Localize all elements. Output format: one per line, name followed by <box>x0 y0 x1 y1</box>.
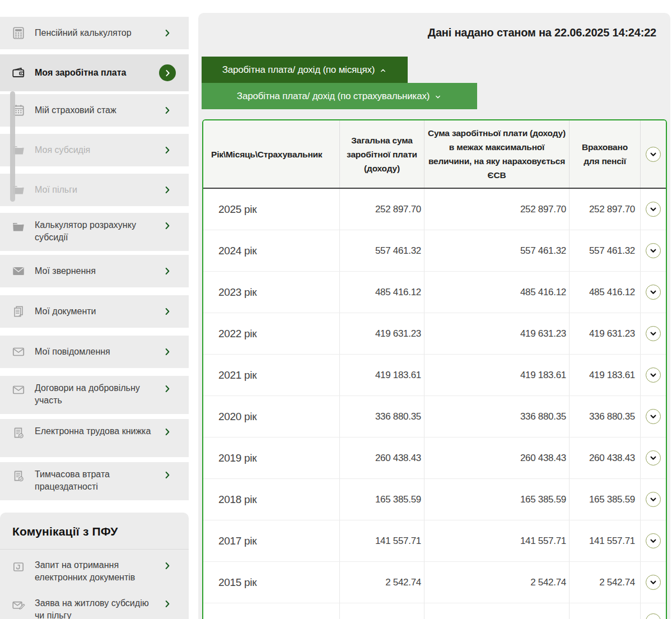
sidebar-item-pension-calculator[interactable]: Пенсійний калькулятор <box>0 17 189 49</box>
sidebar-item-label: Електронна трудова книжка <box>35 425 163 438</box>
data-timestamp: Дані надано станом на 22.06.2025 14:24:2… <box>198 13 670 39</box>
chevron-down-icon <box>648 150 658 159</box>
row-expand-button[interactable] <box>646 243 661 258</box>
row-total: 165 385.59 <box>339 479 424 520</box>
header-expand-button[interactable] <box>646 147 661 162</box>
row-year: 2023 рік <box>203 272 339 313</box>
row-capped: 165 385.59 <box>424 479 569 520</box>
chevron-down-icon <box>648 204 658 214</box>
row-capped: 260 438.43 <box>424 438 569 478</box>
row-year: 2021 рік <box>203 355 339 395</box>
sidebar-item-subsidy-calculator[interactable]: Калькулятор розрахунку субсидії <box>0 213 189 251</box>
row-pension: 557 461.32 <box>569 230 640 271</box>
row-expand-button[interactable] <box>646 326 661 341</box>
sidebar-item-my-benefits[interactable]: Мої пільги <box>0 174 189 206</box>
row-expand-cell <box>640 313 666 354</box>
chevron-right-icon <box>163 185 172 194</box>
sidebar-item-label: Тимчасова втрата працездатності <box>35 468 163 493</box>
row-total: 419 631.23 <box>339 313 424 354</box>
scroll-doc-icon <box>11 469 26 483</box>
sidebar-item-my-subsidy[interactable]: Моя субсидія <box>0 134 189 166</box>
sidebar-item-label: Запит на отримання електронних документі… <box>35 559 163 584</box>
row-expand-button[interactable] <box>646 367 661 383</box>
chevron-right-icon <box>163 384 172 393</box>
table-row: 2021 рік 419 183.61 419 183.61 419 183.6… <box>203 355 666 396</box>
sidebar-item-voluntary-contracts[interactable]: Договори на добровільну участь <box>0 376 189 414</box>
wallet-icon <box>11 66 26 80</box>
chevron-right-icon <box>163 307 172 316</box>
row-expand-button[interactable] <box>646 575 661 590</box>
sidebar-item-electronic-work-book[interactable]: Електронна трудова книжка <box>0 419 189 457</box>
chevron-down-icon <box>648 536 658 546</box>
chevron-down-icon <box>648 495 658 504</box>
sidebar-item-my-documents[interactable]: Мої документи <box>0 295 189 328</box>
row-expand-cell <box>640 520 666 561</box>
sidebar-item-my-messages[interactable]: Мої повідомлення <box>0 336 189 368</box>
chevron-right-icon <box>163 221 172 230</box>
chevron-down-icon <box>648 246 658 255</box>
table-row: 2015 рік 2 542.74 2 542.74 2 542.74 <box>203 562 666 603</box>
table-row: 2019 рік 260 438.43 260 438.43 260 438.4… <box>203 438 666 479</box>
envelope-pencil-icon <box>11 598 26 612</box>
row-expand-button[interactable] <box>646 533 661 548</box>
active-item-chevron-button[interactable] <box>159 64 176 81</box>
table-row: 2020 рік 336 880.35 336 880.35 336 880.3… <box>203 396 666 438</box>
chevron-right-icon <box>163 471 172 480</box>
sidebar-item-label: Моя заробітна плата <box>35 67 159 79</box>
calculator-icon <box>11 26 26 40</box>
row-expand-cell <box>640 272 666 313</box>
sidebar-item-label: Мій страховий стаж <box>35 104 163 117</box>
sidebar-item-label: Калькулятор розрахунку субсидії <box>35 219 163 244</box>
row-pension: 165 385.59 <box>569 479 640 520</box>
sidebar-item-housing-subsidy-application[interactable]: Заява на житлову субсидію чи пільгу <box>0 591 189 619</box>
sidebar-item-my-appeals[interactable]: Мої звернення <box>0 255 189 287</box>
column-header-pension: Враховано для пенсії <box>569 120 640 188</box>
sidebar-item-label: Мої повідомлення <box>35 346 163 358</box>
table-row-partial <box>203 603 666 619</box>
row-total: 260 438.43 <box>339 438 424 478</box>
envelope-icon <box>11 383 26 397</box>
row-pension: 419 183.61 <box>569 355 640 395</box>
row-expand-button[interactable] <box>646 409 661 424</box>
row-year: 2019 рік <box>203 438 339 478</box>
scroll-doc-icon <box>11 426 26 440</box>
sidebar-section-communications: Комунікації з ПФУ Запит на отримання еле… <box>0 513 189 619</box>
sidebar-item-insurance-record[interactable]: Мій страховий стаж <box>0 94 189 127</box>
row-expand-cell <box>640 438 666 478</box>
sidebar-item-temporary-disability[interactable]: Тимчасова втрата працездатності <box>0 462 189 500</box>
row-expand-cell <box>640 603 666 619</box>
section-divider <box>0 549 189 550</box>
sidebar-scrollbar-thumb[interactable] <box>10 91 15 202</box>
chevron-down-icon <box>648 453 658 463</box>
row-expand-button[interactable] <box>646 202 661 217</box>
row-year: 2022 рік <box>203 313 339 354</box>
sidebar-item-label: Мої пільги <box>35 184 163 196</box>
sidebar-item-label: Пенсійний калькулятор <box>35 27 163 39</box>
row-year: 2020 рік <box>203 396 339 437</box>
chevron-right-icon <box>163 29 172 38</box>
row-total: 485 416.12 <box>339 272 424 313</box>
tab-salary-by-months[interactable]: Заробітна плата/ дохід (по місяцях) <box>202 57 408 83</box>
row-year: 2025 рік <box>203 189 339 230</box>
sidebar-item-document-request[interactable]: Запит на отримання електронних документі… <box>0 553 189 591</box>
chevron-down-icon <box>648 287 658 297</box>
sidebar-item-my-salary[interactable]: Моя заробітна плата <box>0 54 189 91</box>
row-capped: 419 631.23 <box>424 313 569 354</box>
row-total: 141 557.71 <box>339 520 424 561</box>
chevron-down-icon <box>648 616 658 619</box>
salary-table-body: 2025 рік 252 897.70 252 897.70 252 897.7… <box>203 189 666 619</box>
row-capped: 336 880.35 <box>424 396 569 437</box>
row-year: 2015 рік <box>203 562 339 603</box>
row-expand-button[interactable] <box>646 285 661 300</box>
main-content-panel: Дані надано станом на 22.06.2025 14:24:2… <box>198 13 670 619</box>
row-capped: 252 897.70 <box>424 189 569 230</box>
tab-salary-by-insurers[interactable]: Заробітна плата/ дохід (по страхувальник… <box>202 83 477 109</box>
table-row: 2023 рік 485 416.12 485 416.12 485 416.1… <box>203 272 666 313</box>
row-pension: 252 897.70 <box>569 189 640 230</box>
column-header-expand <box>640 120 666 188</box>
envelope-filled-icon <box>11 264 26 278</box>
row-expand-button[interactable] <box>646 450 661 466</box>
row-expand-button[interactable] <box>646 613 661 619</box>
sidebar-item-label: Моя субсидія <box>35 144 163 156</box>
row-expand-button[interactable] <box>646 492 661 507</box>
